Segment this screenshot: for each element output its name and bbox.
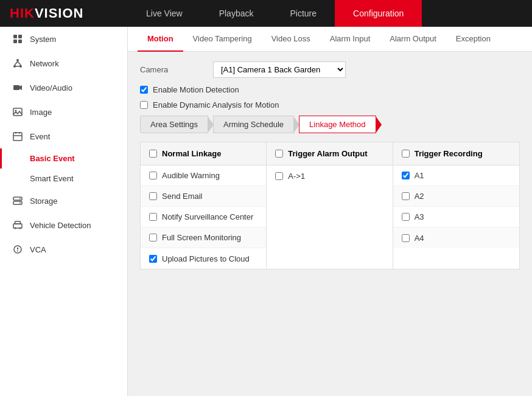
trigger-recording-a3-label[interactable]: A3 <box>415 212 424 221</box>
sidebar-label-system: System <box>30 35 56 44</box>
notify-surveillance-label[interactable]: Notify Surveillance Center <box>162 212 253 221</box>
sidebar-item-vehicle-detection[interactable]: Vehicle Detection <box>0 213 127 237</box>
arrow-3 <box>376 116 382 133</box>
trigger-alarm-header-checkbox[interactable] <box>275 150 283 158</box>
send-email-label[interactable]: Send Email <box>162 192 202 201</box>
list-item: A1 <box>393 165 519 186</box>
sub-tab-bar: Area Settings Arming Schedule Linkage Me… <box>140 116 520 133</box>
sidebar-label-image: Image <box>30 108 52 117</box>
normal-linkage-header-checkbox[interactable] <box>149 150 157 158</box>
vca-icon <box>12 243 24 255</box>
full-screen-monitoring-checkbox[interactable] <box>149 234 157 241</box>
sidebar-label-event: Event <box>30 132 50 141</box>
sidebar-item-network[interactable]: Network <box>0 51 127 75</box>
linkage-grid: Normal Linkage Audible Warning Send Emai… <box>140 142 520 269</box>
svg-rect-14 <box>13 133 22 141</box>
content-area: Camera [A1] Camera 1 Back Garden A2 A3 E… <box>128 52 532 279</box>
audible-warning-label[interactable]: Audible Warning <box>162 171 220 180</box>
tab-bar: Motion Video Tampering Video Loss Alarm … <box>128 27 532 52</box>
svg-rect-10 <box>13 85 19 90</box>
svg-rect-0 <box>13 35 17 38</box>
enable-dynamic-checkbox[interactable] <box>140 101 148 109</box>
trigger-alarm-header-label[interactable]: Trigger Alarm Output <box>288 149 367 158</box>
tab-video-tampering[interactable]: Video Tampering <box>183 27 262 52</box>
vehicle-icon <box>12 219 24 231</box>
trigger-recording-col: Trigger Recording A1 A2 A3 <box>393 142 519 269</box>
send-email-checkbox[interactable] <box>149 192 157 200</box>
nav-playback[interactable]: Playback <box>201 0 272 27</box>
tab-alarm-output[interactable]: Alarm Output <box>380 27 446 52</box>
svg-point-4 <box>16 59 19 61</box>
svg-marker-23 <box>15 221 21 224</box>
tab-alarm-input[interactable]: Alarm Input <box>320 27 380 52</box>
logo: HIKVISION <box>0 5 128 21</box>
main-content: Motion Video Tampering Video Loss Alarm … <box>128 27 532 396</box>
sidebar-item-system[interactable]: System <box>0 27 127 51</box>
nav-picture[interactable]: Picture <box>271 0 335 27</box>
sidebar-label-network: Network <box>30 59 59 68</box>
nav-live-view[interactable]: Live View <box>128 0 201 27</box>
svg-rect-2 <box>13 40 17 43</box>
sidebar-item-storage[interactable]: Storage <box>0 189 127 213</box>
normal-linkage-header-label[interactable]: Normal Linkage <box>162 149 222 158</box>
normal-linkage-header: Normal Linkage <box>141 142 266 165</box>
event-icon <box>12 130 24 142</box>
top-nav: HIKVISION Live View Playback Picture Con… <box>0 0 532 27</box>
trigger-recording-a1-label[interactable]: A1 <box>415 171 424 180</box>
svg-rect-1 <box>18 35 22 38</box>
trigger-recording-a3-checkbox[interactable] <box>402 213 410 221</box>
tab-motion[interactable]: Motion <box>138 27 183 52</box>
enable-motion-label[interactable]: Enable Motion Detection <box>153 85 239 94</box>
sub-tab-linkage-method[interactable]: Linkage Method <box>299 116 376 133</box>
upload-pictures-cloud-checkbox[interactable] <box>149 255 157 263</box>
tab-video-loss[interactable]: Video Loss <box>262 27 320 52</box>
camera-select[interactable]: [A1] Camera 1 Back Garden A2 A3 <box>213 61 346 78</box>
sidebar-item-smart-event[interactable]: Smart Event <box>0 168 127 189</box>
trigger-recording-a4-checkbox[interactable] <box>402 234 410 242</box>
sub-tab-arming-schedule[interactable]: Arming Schedule <box>213 116 294 133</box>
audible-warning-checkbox[interactable] <box>149 172 157 179</box>
camera-label: Camera <box>140 65 213 74</box>
enable-motion-checkbox[interactable] <box>140 86 148 94</box>
nav-configuration[interactable]: Configuration <box>335 0 422 27</box>
trigger-recording-header-checkbox[interactable] <box>402 150 410 158</box>
enable-dynamic-row: Enable Dynamic Analysis for Motion <box>140 100 520 109</box>
video-icon <box>12 82 24 94</box>
list-item: Full Screen Monitoring <box>141 228 266 248</box>
svg-marker-11 <box>19 85 22 90</box>
list-item: A3 <box>393 207 519 228</box>
svg-line-7 <box>15 61 18 65</box>
trigger-alarm-a1-checkbox[interactable] <box>275 172 283 180</box>
trigger-recording-a2-checkbox[interactable] <box>402 192 410 200</box>
image-icon <box>12 106 24 118</box>
sidebar-item-basic-event[interactable]: Basic Event <box>0 148 127 168</box>
sidebar-item-image[interactable]: Image <box>0 100 127 124</box>
sub-tab-area-settings[interactable]: Area Settings <box>140 116 208 133</box>
sidebar-item-video-audio[interactable]: Video/Audio <box>0 75 127 100</box>
trigger-recording-a2-label[interactable]: A2 <box>415 192 424 201</box>
sidebar-item-event[interactable]: Event <box>0 124 127 148</box>
sidebar-item-vca[interactable]: VCA <box>0 237 127 262</box>
list-item: Notify Surveillance Center <box>141 207 266 228</box>
layout: System Network V <box>0 27 532 396</box>
list-item: A4 <box>393 228 519 248</box>
svg-point-20 <box>19 198 21 200</box>
tab-exception[interactable]: Exception <box>446 27 500 52</box>
trigger-alarm-a1-label[interactable]: A->1 <box>288 172 305 181</box>
system-icon <box>12 33 24 45</box>
normal-linkage-col: Normal Linkage Audible Warning Send Emai… <box>141 142 267 269</box>
network-icon <box>12 57 24 69</box>
svg-point-21 <box>19 203 21 204</box>
trigger-recording-header-label[interactable]: Trigger Recording <box>415 149 483 158</box>
upload-pictures-cloud-label[interactable]: Upload Pictures to Cloud <box>162 254 250 263</box>
full-screen-monitoring-label[interactable]: Full Screen Monitoring <box>162 233 241 242</box>
enable-dynamic-label[interactable]: Enable Dynamic Analysis for Motion <box>153 100 279 109</box>
svg-rect-12 <box>13 108 22 116</box>
svg-rect-3 <box>18 40 22 43</box>
trigger-recording-a1-checkbox[interactable] <box>402 172 410 179</box>
svg-point-24 <box>15 228 16 229</box>
notify-surveillance-checkbox[interactable] <box>149 213 157 221</box>
trigger-recording-a4-label[interactable]: A4 <box>415 234 424 243</box>
sidebar-label-storage: Storage <box>30 196 58 206</box>
list-item: Upload Pictures to Cloud <box>141 248 266 269</box>
